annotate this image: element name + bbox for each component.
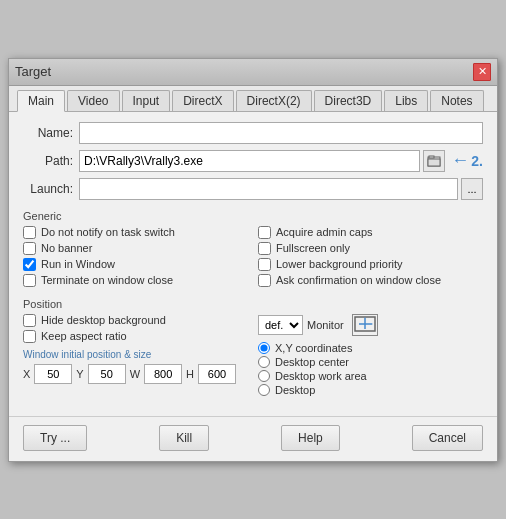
- main-content: Name: Path: ← 2. Launch:: [9, 112, 497, 416]
- radio-desktop-input[interactable]: [258, 384, 270, 396]
- terminate-checkbox[interactable]: [23, 274, 36, 287]
- position-left-col: Hide desktop background Keep aspect rati…: [23, 314, 248, 384]
- position-right-col: def. Monitor: [258, 314, 483, 398]
- lower-bg-checkbox[interactable]: [258, 258, 271, 271]
- tab-directx[interactable]: DirectX: [172, 90, 233, 111]
- path-input[interactable]: [79, 150, 420, 172]
- position-top: Hide desktop background Keep aspect rati…: [23, 314, 483, 398]
- path-browse-button[interactable]: [423, 150, 445, 172]
- svg-rect-1: [428, 159, 440, 166]
- radio-desktop: Desktop: [258, 384, 483, 396]
- arrow-number: 2.: [471, 153, 483, 169]
- checkbox-terminate: Terminate on window close: [23, 274, 248, 287]
- svg-marker-7: [371, 323, 373, 325]
- name-row: Name:: [23, 122, 483, 144]
- main-window: Target ✕ Main Video Input DirectX Direct…: [8, 58, 498, 462]
- lower-bg-label: Lower background priority: [276, 258, 403, 270]
- admin-caps-label: Acquire admin caps: [276, 226, 373, 238]
- name-input[interactable]: [79, 122, 483, 144]
- position-section: Position Hide desktop background Keep as…: [23, 298, 483, 398]
- terminate-label: Terminate on window close: [41, 274, 173, 286]
- monitor-label: Monitor: [307, 319, 344, 331]
- generic-left-col: Do not notify on task switch No banner R…: [23, 226, 248, 290]
- radio-xy-input[interactable]: [258, 342, 270, 354]
- radio-xy: X,Y coordinates: [258, 342, 483, 354]
- launch-input[interactable]: [79, 178, 458, 200]
- launch-browse-button[interactable]: ...: [461, 178, 483, 200]
- radio-desktop-work-label: Desktop work area: [275, 370, 367, 382]
- ask-confirm-label: Ask confirmation on window close: [276, 274, 441, 286]
- path-label: Path:: [23, 154, 73, 168]
- checkbox-no-notify: Do not notify on task switch: [23, 226, 248, 239]
- path-row: Path: ← 2.: [23, 150, 483, 172]
- x-input[interactable]: [34, 364, 72, 384]
- no-banner-checkbox[interactable]: [23, 242, 36, 255]
- w-input[interactable]: [144, 364, 182, 384]
- close-button[interactable]: ✕: [473, 63, 491, 81]
- hide-bg-checkbox[interactable]: [23, 314, 36, 327]
- bottom-bar: Try ... Kill Help Cancel: [9, 416, 497, 461]
- path-arrow-annotation: ← 2.: [451, 150, 483, 171]
- position-title: Position: [23, 298, 483, 310]
- checkbox-lower-bg: Lower background priority: [258, 258, 483, 271]
- tab-bar: Main Video Input DirectX DirectX(2) Dire…: [9, 86, 497, 112]
- checkbox-admin-caps: Acquire admin caps: [258, 226, 483, 239]
- checkbox-run-in-window: Run in Window: [23, 258, 248, 271]
- run-in-window-checkbox[interactable]: [23, 258, 36, 271]
- x-label: X: [23, 368, 30, 380]
- dots-icon: ...: [467, 183, 476, 195]
- tab-libs[interactable]: Libs: [384, 90, 428, 111]
- tab-direct3d[interactable]: Direct3D: [314, 90, 383, 111]
- ask-confirm-checkbox[interactable]: [258, 274, 271, 287]
- generic-section: Generic Do not notify on task switch No …: [23, 210, 483, 290]
- admin-caps-checkbox[interactable]: [258, 226, 271, 239]
- run-in-window-label: Run in Window: [41, 258, 115, 270]
- tab-directx2[interactable]: DirectX(2): [236, 90, 312, 111]
- h-label: H: [186, 368, 194, 380]
- launch-row: Launch: ...: [23, 178, 483, 200]
- try-button[interactable]: Try ...: [23, 425, 87, 451]
- radio-desktop-center: Desktop center: [258, 356, 483, 368]
- kill-button[interactable]: Kill: [159, 425, 209, 451]
- w-label: W: [130, 368, 140, 380]
- tab-notes[interactable]: Notes: [430, 90, 483, 111]
- y-label: Y: [76, 368, 83, 380]
- no-banner-label: No banner: [41, 242, 92, 254]
- checkbox-ask-confirm: Ask confirmation on window close: [258, 274, 483, 287]
- cancel-button[interactable]: Cancel: [412, 425, 483, 451]
- keep-aspect-label: Keep aspect ratio: [41, 330, 127, 342]
- radio-desktop-label: Desktop: [275, 384, 315, 396]
- svg-rect-2: [429, 156, 434, 158]
- monitor-icon: [352, 314, 378, 336]
- radio-xy-label: X,Y coordinates: [275, 342, 352, 354]
- y-input[interactable]: [88, 364, 126, 384]
- radio-desktop-work-input[interactable]: [258, 370, 270, 382]
- monitor-select[interactable]: def.: [258, 315, 303, 335]
- radio-desktop-work: Desktop work area: [258, 370, 483, 382]
- name-label: Name:: [23, 126, 73, 140]
- window-title: Target: [15, 64, 51, 79]
- no-notify-checkbox[interactable]: [23, 226, 36, 239]
- hide-bg-label: Hide desktop background: [41, 314, 166, 326]
- title-bar: Target ✕: [9, 59, 497, 86]
- window-size-label: Window initial position & size: [23, 349, 248, 360]
- checkbox-hide-bg: Hide desktop background: [23, 314, 248, 327]
- h-input[interactable]: [198, 364, 236, 384]
- no-notify-label: Do not notify on task switch: [41, 226, 175, 238]
- checkbox-no-banner: No banner: [23, 242, 248, 255]
- browse-icon: [427, 154, 441, 168]
- tab-main[interactable]: Main: [17, 90, 65, 112]
- keep-aspect-checkbox[interactable]: [23, 330, 36, 343]
- monitor-row: def. Monitor: [258, 314, 483, 336]
- generic-title: Generic: [23, 210, 483, 222]
- tab-video[interactable]: Video: [67, 90, 119, 111]
- generic-right-col: Acquire admin caps Fullscreen only Lower…: [258, 226, 483, 290]
- tab-input[interactable]: Input: [122, 90, 171, 111]
- radio-desktop-center-input[interactable]: [258, 356, 270, 368]
- fullscreen-checkbox[interactable]: [258, 242, 271, 255]
- checkbox-keep-aspect: Keep aspect ratio: [23, 330, 248, 343]
- launch-label: Launch:: [23, 182, 73, 196]
- position-fields: X Y W H: [23, 364, 248, 384]
- radio-desktop-center-label: Desktop center: [275, 356, 349, 368]
- help-button[interactable]: Help: [281, 425, 340, 451]
